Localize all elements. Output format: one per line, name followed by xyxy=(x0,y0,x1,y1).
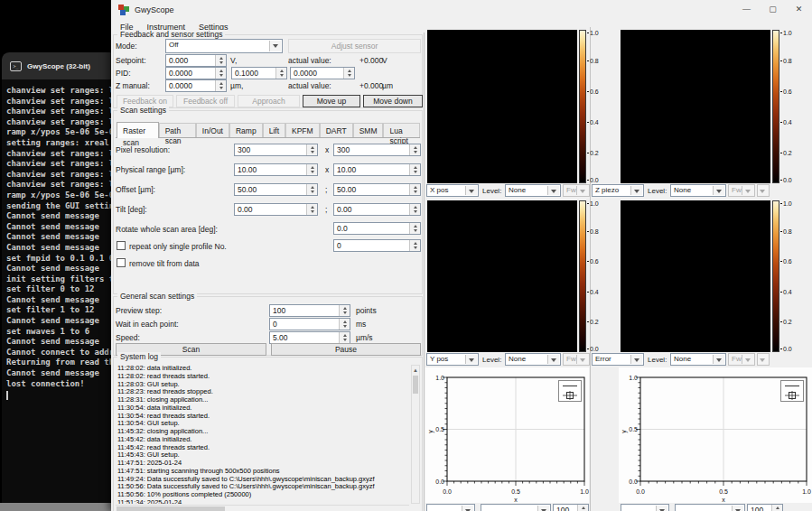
spinner-buttons[interactable] xyxy=(275,68,286,79)
terminal-line: lost connection! xyxy=(6,379,111,390)
scroll-up-icon[interactable]: ▲ xyxy=(412,366,419,375)
channel-combobox[interactable]: X pos xyxy=(426,184,479,197)
minimize-button[interactable]: — xyxy=(733,0,760,20)
general-value-input[interactable]: 5.00 xyxy=(269,331,350,344)
scan-image-xpos[interactable] xyxy=(427,30,577,183)
move-up-button[interactable]: Move up xyxy=(303,95,360,107)
terminal-line: Cannot send message xyxy=(6,337,111,348)
remove-tilt-checkbox[interactable] xyxy=(117,258,126,267)
tab-lua-script[interactable]: Lua script xyxy=(383,123,420,137)
chevron-down-icon xyxy=(742,186,753,195)
spinner-buttons[interactable] xyxy=(771,505,782,511)
mode-combobox[interactable]: Off xyxy=(165,39,283,53)
adjust-sensor-button: Adjust sensor xyxy=(288,39,421,53)
scan-value-input[interactable]: 10.00 xyxy=(333,163,421,176)
points-input[interactable]: 100 xyxy=(553,504,589,511)
level-combobox[interactable]: None xyxy=(505,184,561,197)
level-combobox[interactable]: None xyxy=(670,184,726,197)
spinner-buttons[interactable] xyxy=(306,184,317,195)
spinner-buttons[interactable] xyxy=(409,223,420,234)
splitter-vertical[interactable] xyxy=(424,33,425,511)
spinner-buttons[interactable] xyxy=(343,68,354,79)
scan-value-input[interactable]: 0.00 xyxy=(234,203,318,216)
pid-i-input[interactable]: 0.1000 xyxy=(231,67,287,79)
tab-path-scan[interactable]: Path scan xyxy=(159,123,196,137)
channel-combobox[interactable]: Z piezo xyxy=(592,184,644,197)
colorbar-tick-label: 0.4 xyxy=(590,289,599,295)
scan-value-input[interactable]: 0.00 xyxy=(333,203,421,216)
colorbar-tick-label: 0.8 xyxy=(783,58,792,64)
spinner-buttons[interactable] xyxy=(339,332,350,343)
repeat-profile-checkbox[interactable] xyxy=(117,241,126,250)
scrollbar-thumb[interactable] xyxy=(117,506,225,511)
colorbar-scale: 1.00.80.60.40.20.0 xyxy=(783,30,799,183)
scan-value-input[interactable]: 50.00 xyxy=(234,183,318,196)
tab-raster-scan[interactable]: Raster scan xyxy=(117,122,159,138)
zmanual-input[interactable]: 0.0000 xyxy=(165,79,227,92)
svg-text:1.0: 1.0 xyxy=(580,488,589,495)
spinner-buttons[interactable] xyxy=(215,68,226,79)
scrollbar-thumb[interactable] xyxy=(413,376,418,394)
terminal-line: chanview set ranges: le xyxy=(6,170,111,181)
colorbar-tick-label: 1.0 xyxy=(590,30,599,36)
general-value-input[interactable]: 0 xyxy=(269,318,350,330)
channel-combobox[interactable] xyxy=(621,504,669,511)
close-button[interactable]: ✕ xyxy=(786,0,812,20)
log-horizontal-scrollbar[interactable] xyxy=(116,505,409,511)
channel-combobox[interactable] xyxy=(426,504,475,511)
spinner-buttons[interactable] xyxy=(409,164,420,175)
terminal-line: Cannot connect to addre xyxy=(6,348,111,358)
spinner-buttons[interactable] xyxy=(339,319,350,330)
spinner-buttons[interactable] xyxy=(306,144,317,155)
spinner-buttons[interactable] xyxy=(409,204,420,215)
scan-value-input[interactable]: 50.00 xyxy=(333,183,421,196)
tab-dart[interactable]: DART xyxy=(320,123,353,137)
spinner-buttons[interactable] xyxy=(215,80,226,91)
level-combobox[interactable] xyxy=(675,504,745,511)
setpoint-input[interactable]: 0.000 xyxy=(165,54,227,67)
spinner-buttons[interactable] xyxy=(409,184,420,195)
scan-image-error[interactable] xyxy=(621,200,770,352)
tab-lift[interactable]: Lift xyxy=(263,123,285,137)
level-combobox[interactable]: None xyxy=(505,353,561,366)
spinner-buttons[interactable] xyxy=(577,505,588,511)
repeat-profile-input[interactable]: 0 xyxy=(333,239,421,252)
log-vertical-scrollbar[interactable]: ▲ xyxy=(411,365,420,504)
window-titlebar[interactable]: GwyScope — ▢ ✕ xyxy=(111,0,812,20)
pause-button[interactable]: Pause xyxy=(271,343,421,356)
tab-ramp[interactable]: Ramp xyxy=(229,123,263,137)
move-down-button[interactable]: Move down xyxy=(363,95,423,107)
pid-p-input[interactable]: 0.0000 xyxy=(165,67,227,79)
terminal-titlebar: >_ GwyScope (32-bit) xyxy=(2,52,111,79)
maximize-button[interactable]: ▢ xyxy=(760,0,786,20)
field-label: Wait in each point: xyxy=(116,320,179,329)
system-log[interactable]: 11:28:02: data initialized.11:28:02: rea… xyxy=(117,365,408,504)
spinner-buttons[interactable] xyxy=(409,240,420,251)
scan-value-input[interactable]: 10.00 xyxy=(234,163,318,176)
channel-combobox[interactable]: Error xyxy=(592,353,644,366)
xy-plot[interactable]: 1.0 0.5 0.0 0.0 0.5 1.0 x y xyxy=(619,367,812,503)
general-value-input[interactable]: 100 xyxy=(269,304,350,317)
scan-image-zpiezo[interactable] xyxy=(621,30,770,183)
direction-combobox: Fw xyxy=(563,184,590,197)
terminal-window[interactable]: >_ GwyScope (32-bit) chanview set ranges… xyxy=(2,52,111,503)
tab-kpfm[interactable]: KPFM xyxy=(285,123,320,137)
rotate-input[interactable]: 0.0 xyxy=(333,222,421,235)
level-combobox[interactable] xyxy=(481,504,551,511)
spinner-buttons[interactable] xyxy=(339,305,350,316)
spinner-buttons[interactable] xyxy=(215,55,226,66)
spinner-buttons[interactable] xyxy=(306,164,317,175)
scan-image-ypos[interactable] xyxy=(427,200,577,352)
channel-combobox[interactable]: Y pos xyxy=(426,353,479,366)
spinner-buttons[interactable] xyxy=(409,144,420,155)
scan-value-input[interactable]: 300 xyxy=(333,144,421,156)
pid-d-input[interactable]: 0.0000 xyxy=(290,67,355,79)
gwyscope-app-icon xyxy=(118,5,129,15)
scan-value-input[interactable]: 300 xyxy=(234,144,318,156)
level-combobox[interactable]: None xyxy=(670,353,726,366)
xy-plot[interactable]: 1.0 0.5 0.0 0.0 0.5 1.0 x y xyxy=(425,367,589,503)
spinner-buttons[interactable] xyxy=(306,204,317,215)
tab-smm[interactable]: SMM xyxy=(353,123,384,137)
tab-in-out[interactable]: In/Out xyxy=(196,123,229,137)
points-input[interactable]: 100 xyxy=(747,504,783,511)
